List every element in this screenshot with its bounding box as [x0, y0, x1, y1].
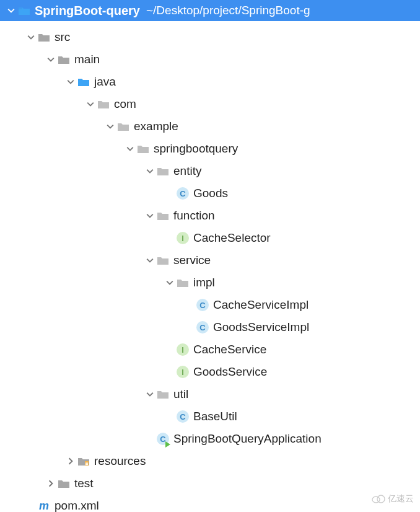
folder-icon: [57, 55, 71, 64]
chevron-down-icon: [144, 167, 156, 175]
tree-label: CacheService: [193, 343, 266, 356]
tree-label: Goods: [193, 187, 228, 200]
chevron-right-icon: [45, 480, 57, 487]
tree-label: test: [74, 477, 94, 490]
svg-rect-3: [85, 463, 88, 464]
tree-label: impl: [193, 276, 215, 289]
tree-item-entity[interactable]: entity: [0, 160, 420, 182]
project-path: ~/Desktop/project/SpringBoot-g: [146, 4, 310, 17]
tree-item-resources[interactable]: resources: [0, 450, 420, 472]
tree-item-goods[interactable]: C Goods: [0, 182, 420, 205]
tree-item-example[interactable]: example: [0, 115, 420, 138]
chevron-down-icon: [164, 279, 176, 286]
tree-item-com[interactable]: com: [0, 93, 420, 115]
class-icon: C: [196, 321, 209, 333]
package-icon: [176, 278, 190, 288]
tree-label: CacheServiceImpl: [213, 298, 308, 312]
package-icon: [136, 144, 150, 154]
tree-item-java[interactable]: java: [0, 71, 420, 93]
tree-label: entity: [173, 164, 201, 178]
chevron-down-icon: [104, 123, 116, 130]
tree-label: pom.xml: [55, 499, 99, 512]
package-icon: [97, 99, 110, 109]
tree-label: springbootquery: [154, 142, 238, 156]
package-icon: [156, 166, 170, 176]
tree-item-service[interactable]: service: [0, 249, 420, 271]
tree-label: resources: [94, 454, 146, 468]
interface-icon: I: [176, 232, 190, 244]
interface-icon: I: [176, 366, 190, 378]
tree-item-springbootquery[interactable]: springbootquery: [0, 138, 420, 160]
project-name: SpringBoot-query: [35, 4, 140, 18]
chevron-down-icon: [124, 145, 136, 152]
tree-item-function[interactable]: function: [0, 205, 420, 227]
runnable-class-icon: C: [156, 433, 170, 445]
tree-item-baseutil[interactable]: C BaseUtil: [0, 405, 420, 428]
class-icon: C: [176, 187, 190, 200]
tree-label: function: [173, 209, 215, 223]
folder-icon: [57, 479, 71, 488]
tree-label: java: [94, 75, 116, 89]
chevron-down-icon: [144, 212, 156, 219]
tree-item-cacheservice[interactable]: I CacheService: [0, 338, 420, 361]
watermark: 亿速云: [372, 493, 414, 505]
chevron-down-icon: [64, 78, 77, 86]
project-header[interactable]: SpringBoot-query ~/Desktop/project/Sprin…: [0, 0, 420, 21]
chevron-down-icon: [144, 257, 156, 264]
class-icon: C: [176, 410, 190, 423]
tree-label: GoodsServiceImpl: [213, 320, 309, 334]
chevron-down-icon: [144, 391, 156, 398]
folder-icon: [17, 6, 31, 15]
tree-item-cacheselector[interactable]: I CacheSelector: [0, 227, 420, 249]
project-tree: src main java com example springbootquer…: [0, 21, 420, 512]
package-icon: [156, 389, 170, 399]
tree-label: main: [74, 53, 100, 66]
tree-label: SpringBootQueryApplication: [173, 432, 322, 446]
svg-rect-4: [85, 464, 88, 465]
chevron-down-icon: [5, 7, 17, 14]
svg-rect-2: [85, 462, 88, 462]
tree-item-pom[interactable]: m pom.xml: [0, 495, 420, 512]
tree-label: example: [134, 120, 178, 133]
tree-label: service: [173, 254, 211, 267]
tree-label: com: [114, 97, 136, 111]
tree-item-src[interactable]: src: [0, 26, 420, 48]
tree-label: CacheSelector: [193, 231, 271, 245]
package-icon: [116, 121, 130, 131]
chevron-down-icon: [84, 100, 97, 108]
tree-item-application[interactable]: C SpringBootQueryApplication: [0, 428, 420, 450]
chevron-right-icon: [64, 457, 77, 465]
svg-point-6: [377, 495, 385, 503]
interface-icon: I: [176, 343, 190, 356]
maven-file-icon: m: [37, 500, 51, 513]
class-icon: C: [196, 299, 209, 311]
tree-item-goodsserviceimpl[interactable]: C GoodsServiceImpl: [0, 316, 420, 338]
tree-label: GoodsService: [193, 365, 267, 379]
tree-label: util: [173, 387, 188, 401]
tree-item-impl[interactable]: impl: [0, 271, 420, 294]
chevron-down-icon: [45, 56, 57, 63]
tree-label: src: [55, 30, 70, 44]
tree-label: BaseUtil: [193, 410, 237, 423]
folder-icon: [37, 32, 51, 42]
tree-item-util[interactable]: util: [0, 383, 420, 405]
tree-item-test[interactable]: test: [0, 472, 420, 495]
package-icon: [156, 255, 170, 265]
chevron-down-icon: [25, 33, 37, 41]
resources-folder-icon: [77, 456, 90, 466]
source-folder-icon: [77, 77, 90, 87]
tree-item-goodsservice[interactable]: I GoodsService: [0, 361, 420, 383]
tree-item-cacheserviceimpl[interactable]: C CacheServiceImpl: [0, 294, 420, 316]
tree-item-main[interactable]: main: [0, 48, 420, 71]
svg-rect-0: [19, 7, 22, 9]
watermark-text: 亿速云: [388, 493, 414, 505]
package-icon: [156, 211, 170, 221]
